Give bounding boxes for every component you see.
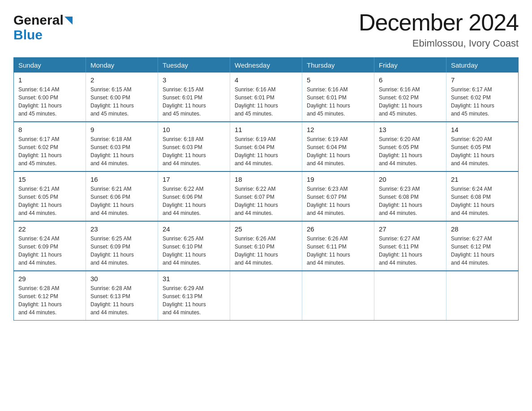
header-sunday: Sunday [14, 58, 86, 73]
calendar-cell: 4Sunrise: 6:16 AMSunset: 6:01 PMDaylight… [230, 73, 302, 122]
day-number: 8 [18, 126, 81, 133]
calendar-week-row: 22Sunrise: 6:24 AMSunset: 6:09 PMDayligh… [14, 221, 519, 271]
calendar-cell: 19Sunrise: 6:23 AMSunset: 6:07 PMDayligh… [302, 171, 374, 221]
day-info: Sunrise: 6:26 AMSunset: 6:10 PMDaylight:… [235, 235, 297, 267]
day-number: 22 [18, 225, 81, 233]
day-number: 26 [307, 225, 369, 233]
calendar-cell: 13Sunrise: 6:20 AMSunset: 6:05 PMDayligh… [374, 122, 446, 171]
day-info: Sunrise: 6:19 AMSunset: 6:04 PMDaylight:… [307, 135, 369, 167]
day-number: 11 [235, 126, 297, 133]
logo: General Blue [13, 9, 73, 42]
calendar-cell: 28Sunrise: 6:27 AMSunset: 6:12 PMDayligh… [446, 221, 519, 271]
day-number: 27 [379, 225, 442, 233]
day-info: Sunrise: 6:19 AMSunset: 6:04 PMDaylight:… [235, 135, 297, 167]
calendar-cell: 15Sunrise: 6:21 AMSunset: 6:05 PMDayligh… [14, 171, 86, 221]
calendar-cell: 26Sunrise: 6:26 AMSunset: 6:11 PMDayligh… [302, 221, 374, 271]
day-number: 24 [163, 225, 225, 233]
day-info: Sunrise: 6:15 AMSunset: 6:00 PMDaylight:… [90, 86, 153, 118]
calendar-cell [302, 271, 374, 321]
calendar-cell: 1Sunrise: 6:14 AMSunset: 6:00 PMDaylight… [14, 73, 86, 122]
calendar-cell: 8Sunrise: 6:17 AMSunset: 6:02 PMDaylight… [14, 122, 86, 171]
logo-arrow-icon [64, 17, 73, 25]
calendar-cell: 9Sunrise: 6:18 AMSunset: 6:03 PMDaylight… [86, 122, 158, 171]
day-number: 2 [90, 76, 153, 84]
calendar-cell [230, 271, 302, 321]
day-number: 28 [451, 225, 514, 233]
day-number: 3 [163, 76, 225, 84]
day-info: Sunrise: 6:27 AMSunset: 6:11 PMDaylight:… [379, 235, 442, 267]
day-number: 30 [90, 275, 153, 283]
day-info: Sunrise: 6:17 AMSunset: 6:02 PMDaylight:… [18, 135, 81, 167]
logo-blue-text: Blue [13, 27, 43, 42]
calendar-cell: 31Sunrise: 6:29 AMSunset: 6:13 PMDayligh… [158, 271, 230, 321]
calendar-cell: 21Sunrise: 6:24 AMSunset: 6:08 PMDayligh… [446, 171, 519, 221]
calendar-week-row: 8Sunrise: 6:17 AMSunset: 6:02 PMDaylight… [14, 122, 519, 171]
day-number: 25 [235, 225, 297, 233]
page-subtitle: Ebimlossou, Ivory Coast [359, 38, 519, 49]
header-monday: Monday [86, 58, 158, 73]
calendar-cell: 24Sunrise: 6:25 AMSunset: 6:10 PMDayligh… [158, 221, 230, 271]
day-number: 23 [90, 225, 153, 233]
day-number: 17 [163, 176, 225, 183]
calendar-cell: 23Sunrise: 6:25 AMSunset: 6:09 PMDayligh… [86, 221, 158, 271]
day-number: 5 [307, 76, 369, 84]
day-info: Sunrise: 6:22 AMSunset: 6:07 PMDaylight:… [235, 185, 297, 217]
page-title: December 2024 [359, 9, 519, 36]
day-info: Sunrise: 6:16 AMSunset: 6:01 PMDaylight:… [235, 86, 297, 118]
day-info: Sunrise: 6:15 AMSunset: 6:01 PMDaylight:… [163, 86, 225, 118]
day-info: Sunrise: 6:20 AMSunset: 6:05 PMDaylight:… [379, 135, 442, 167]
header-wednesday: Wednesday [230, 58, 302, 73]
day-info: Sunrise: 6:18 AMSunset: 6:03 PMDaylight:… [163, 135, 225, 167]
calendar-cell [374, 271, 446, 321]
calendar-cell: 3Sunrise: 6:15 AMSunset: 6:01 PMDaylight… [158, 73, 230, 122]
day-number: 20 [379, 176, 442, 183]
day-info: Sunrise: 6:17 AMSunset: 6:02 PMDaylight:… [451, 86, 514, 118]
calendar-cell: 25Sunrise: 6:26 AMSunset: 6:10 PMDayligh… [230, 221, 302, 271]
calendar-cell: 30Sunrise: 6:28 AMSunset: 6:13 PMDayligh… [86, 271, 158, 321]
day-info: Sunrise: 6:21 AMSunset: 6:05 PMDaylight:… [18, 185, 81, 217]
svg-marker-0 [64, 17, 73, 25]
calendar-cell: 12Sunrise: 6:19 AMSunset: 6:04 PMDayligh… [302, 122, 374, 171]
calendar-cell: 11Sunrise: 6:19 AMSunset: 6:04 PMDayligh… [230, 122, 302, 171]
calendar-cell: 27Sunrise: 6:27 AMSunset: 6:11 PMDayligh… [374, 221, 446, 271]
calendar-cell: 17Sunrise: 6:22 AMSunset: 6:06 PMDayligh… [158, 171, 230, 221]
day-number: 29 [18, 275, 81, 283]
calendar-cell: 20Sunrise: 6:23 AMSunset: 6:08 PMDayligh… [374, 171, 446, 221]
header-thursday: Thursday [302, 58, 374, 73]
day-info: Sunrise: 6:28 AMSunset: 6:12 PMDaylight:… [18, 284, 81, 317]
calendar-cell: 14Sunrise: 6:20 AMSunset: 6:05 PMDayligh… [446, 122, 519, 171]
day-info: Sunrise: 6:24 AMSunset: 6:08 PMDaylight:… [451, 185, 514, 217]
header-saturday: Saturday [446, 58, 519, 73]
day-info: Sunrise: 6:22 AMSunset: 6:06 PMDaylight:… [163, 185, 225, 217]
day-info: Sunrise: 6:20 AMSunset: 6:05 PMDaylight:… [451, 135, 514, 167]
calendar-header-row: SundayMondayTuesdayWednesdayThursdayFrid… [14, 58, 519, 73]
day-info: Sunrise: 6:26 AMSunset: 6:11 PMDaylight:… [307, 235, 369, 267]
day-info: Sunrise: 6:23 AMSunset: 6:08 PMDaylight:… [379, 185, 442, 217]
day-info: Sunrise: 6:24 AMSunset: 6:09 PMDaylight:… [18, 235, 81, 267]
day-number: 7 [451, 76, 514, 84]
calendar-cell: 5Sunrise: 6:16 AMSunset: 6:01 PMDaylight… [302, 73, 374, 122]
calendar-cell: 18Sunrise: 6:22 AMSunset: 6:07 PMDayligh… [230, 171, 302, 221]
day-info: Sunrise: 6:16 AMSunset: 6:01 PMDaylight:… [307, 86, 369, 118]
calendar-week-row: 1Sunrise: 6:14 AMSunset: 6:00 PMDaylight… [14, 73, 519, 122]
day-number: 31 [163, 275, 225, 283]
day-number: 16 [90, 176, 153, 183]
day-info: Sunrise: 6:21 AMSunset: 6:06 PMDaylight:… [90, 185, 153, 217]
day-number: 9 [90, 126, 153, 133]
calendar-week-row: 15Sunrise: 6:21 AMSunset: 6:05 PMDayligh… [14, 171, 519, 221]
calendar-cell: 22Sunrise: 6:24 AMSunset: 6:09 PMDayligh… [14, 221, 86, 271]
day-info: Sunrise: 6:14 AMSunset: 6:00 PMDaylight:… [18, 86, 81, 118]
day-number: 13 [379, 126, 442, 133]
day-info: Sunrise: 6:16 AMSunset: 6:02 PMDaylight:… [379, 86, 442, 118]
day-number: 4 [235, 76, 297, 84]
day-number: 18 [235, 176, 297, 183]
day-number: 19 [307, 176, 369, 183]
title-area: December 2024 Ebimlossou, Ivory Coast [359, 9, 519, 49]
day-number: 21 [451, 176, 514, 183]
day-info: Sunrise: 6:23 AMSunset: 6:07 PMDaylight:… [307, 185, 369, 217]
header-tuesday: Tuesday [158, 58, 230, 73]
calendar-week-row: 29Sunrise: 6:28 AMSunset: 6:12 PMDayligh… [14, 271, 519, 321]
day-info: Sunrise: 6:27 AMSunset: 6:12 PMDaylight:… [451, 235, 514, 267]
calendar-cell: 2Sunrise: 6:15 AMSunset: 6:00 PMDaylight… [86, 73, 158, 122]
header-friday: Friday [374, 58, 446, 73]
